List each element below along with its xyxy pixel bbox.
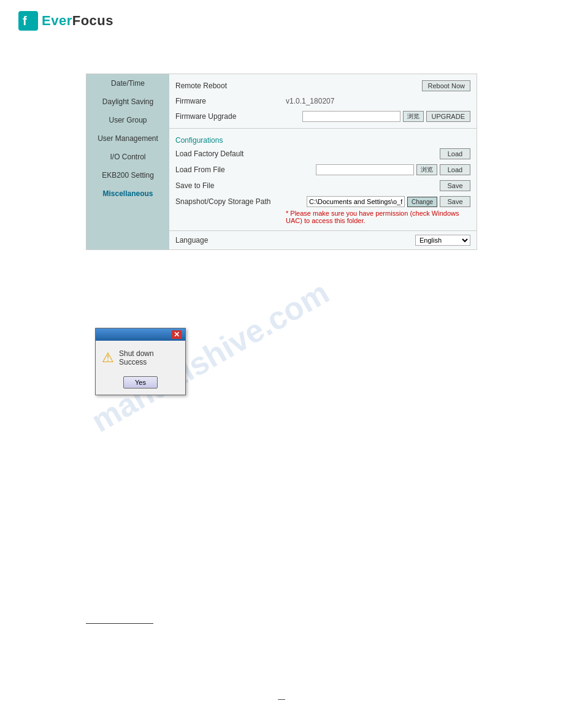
svg-rect-0 [18, 11, 38, 31]
firmware-browse-button[interactable]: 浏览 [403, 111, 424, 122]
sidebar-item-ekb200-setting[interactable]: EKB200 Setting [86, 166, 169, 184]
firmware-upgrade-row: Firmware Upgrade 浏览 UPGRADE [175, 108, 470, 124]
reboot-now-button[interactable]: Reboot Now [422, 80, 470, 91]
page-number: — [278, 695, 285, 703]
snapshot-path-input[interactable] [307, 196, 405, 207]
load-from-file-row: Load From File 浏览 Load [175, 162, 470, 178]
watermark: manualshive.com [85, 254, 442, 567]
sidebar-item-miscellaneous[interactable]: Miscellaneous [86, 184, 169, 203]
svg-text:f: f [23, 14, 27, 28]
snapshot-path-row: Snapshot/Copy Storage Path Change Save [175, 196, 470, 207]
firmware-version: v1.0.1_180207 [286, 97, 470, 105]
remote-reboot-section: Remote Reboot Reboot Now Firmware v1.0.1… [169, 74, 477, 129]
snapshot-path-actions: Change Save [307, 196, 470, 207]
snapshot-change-button[interactable]: Change [407, 197, 437, 207]
load-from-file-browse-button[interactable]: 浏览 [416, 164, 437, 175]
layout: Date/Time Daylight Saving User Group Use… [86, 74, 477, 250]
snapshot-path-note: * Please make sure you have permission (… [175, 208, 470, 224]
load-from-file-button[interactable]: Load [440, 164, 470, 175]
warning-icon: ⚠ [102, 350, 114, 366]
save-to-file-actions: Save [440, 180, 470, 191]
dialog-close-button[interactable]: ✕ [172, 330, 182, 339]
language-section: Language English Chinese Spanish French [169, 231, 477, 249]
firmware-upgrade-input[interactable] [302, 111, 400, 122]
firmware-upgrade-button[interactable]: UPGRADE [426, 111, 470, 122]
firmware-upgrade-actions: 浏览 UPGRADE [302, 111, 470, 122]
sidebar-item-io-control[interactable]: I/O Control [86, 148, 169, 166]
dialog-titlebar: ✕ [96, 328, 185, 341]
configurations-heading: Configurations [175, 132, 470, 146]
snapshot-save-button[interactable]: Save [440, 196, 470, 207]
right-panel: Remote Reboot Reboot Now Firmware v1.0.1… [169, 74, 477, 249]
load-from-file-label: Load From File [175, 165, 286, 174]
sidebar-item-user-management[interactable]: User Management [86, 129, 169, 148]
load-from-file-actions: 浏览 Load [316, 164, 470, 175]
sidebar: Date/Time Daylight Saving User Group Use… [86, 74, 169, 249]
firmware-label: Firmware [175, 97, 286, 105]
load-from-file-input[interactable] [316, 164, 414, 175]
firmware-row: Firmware v1.0.1_180207 [175, 94, 470, 108]
language-label: Language [175, 236, 286, 245]
save-to-file-label: Save to File [175, 181, 286, 190]
dialog-body: ⚠ Shut down Success [96, 341, 185, 373]
snapshot-path-section: Snapshot/Copy Storage Path Change Save *… [175, 194, 470, 227]
save-to-file-button[interactable]: Save [440, 180, 470, 191]
logo: f EverFocus [18, 11, 113, 31]
save-to-file-row: Save to File Save [175, 178, 470, 194]
remote-reboot-label: Remote Reboot [175, 82, 286, 90]
sidebar-item-daylight-saving[interactable]: Daylight Saving [86, 93, 169, 111]
sidebar-item-date-time[interactable]: Date/Time [86, 74, 169, 93]
sidebar-item-user-group[interactable]: User Group [86, 111, 169, 129]
logo-icon: f [18, 11, 38, 31]
load-factory-default-actions: Load [440, 148, 470, 159]
configurations-section: Configurations Load Factory Default Load… [169, 129, 477, 231]
snapshot-path-label: Snapshot/Copy Storage Path [175, 197, 286, 206]
load-factory-default-label: Load Factory Default [175, 150, 286, 158]
remote-reboot-row: Remote Reboot Reboot Now [175, 78, 470, 94]
language-select[interactable]: English Chinese Spanish French [415, 235, 470, 246]
shutdown-dialog: ✕ ⚠ Shut down Success Yes [95, 328, 186, 395]
logo-text: EverFocus [42, 13, 113, 29]
dialog-overlay: ✕ ⚠ Shut down Success Yes [95, 328, 186, 395]
firmware-upgrade-label: Firmware Upgrade [175, 112, 286, 121]
bottom-line [86, 623, 153, 624]
load-factory-default-button[interactable]: Load [440, 148, 470, 159]
dialog-yes-button[interactable]: Yes [123, 376, 158, 389]
dialog-footer: Yes [96, 373, 185, 395]
remote-reboot-actions: Reboot Now [422, 80, 470, 91]
header: f EverFocus [0, 0, 563, 37]
load-factory-default-row: Load Factory Default Load [175, 146, 470, 162]
main-content: Date/Time Daylight Saving User Group Use… [0, 37, 563, 262]
dialog-message: Shut down Success [119, 349, 179, 366]
